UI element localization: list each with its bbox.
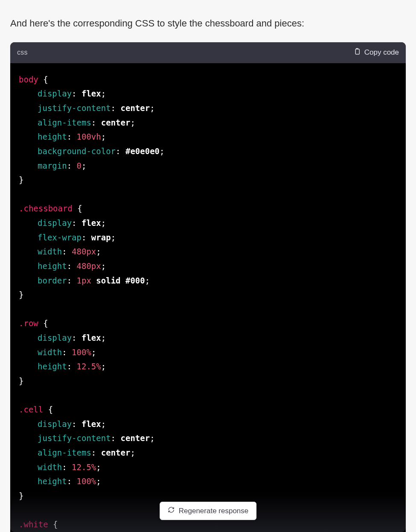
intro-text: And here's the corresponding CSS to styl… (0, 0, 416, 42)
regenerate-response-button[interactable]: Regenerate response (160, 502, 257, 520)
code-header: css Copy code (10, 42, 406, 63)
refresh-icon (168, 506, 175, 515)
code-body: body { display: flex; justify-content: c… (10, 63, 406, 532)
code-content: body { display: flex; justify-content: c… (19, 73, 397, 532)
svg-rect-0 (355, 49, 359, 54)
code-language-label: css (17, 49, 28, 56)
regenerate-response-label: Regenerate response (179, 507, 249, 515)
copy-code-label: Copy code (364, 48, 399, 57)
clipboard-icon (353, 47, 361, 58)
code-block: css Copy code body { display: flex; just… (10, 42, 406, 532)
copy-code-button[interactable]: Copy code (353, 47, 399, 58)
